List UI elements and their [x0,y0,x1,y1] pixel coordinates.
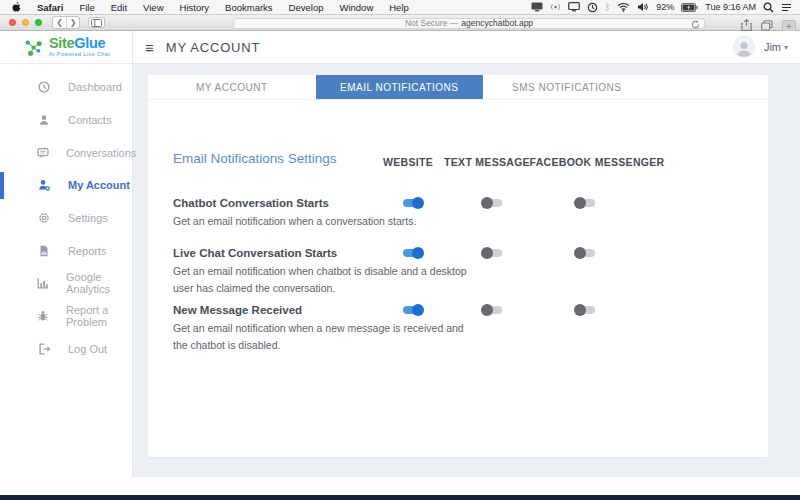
toggle-new-message-text-message[interactable] [482,306,502,314]
sidebar-item-google-analytics[interactable]: Google Analytics [0,267,132,300]
menu-develop[interactable]: Develop [281,2,332,13]
sidebar-item-label: Google Analytics [66,271,132,295]
window-controls [0,19,50,26]
reload-icon[interactable] [691,20,700,31]
sidebar-toggle-button[interactable] [88,17,105,28]
address-bar[interactable]: Not Secure — agencychatbot.app [233,18,705,29]
sidebar-item-reports[interactable]: Reports [0,234,132,267]
sidebar-nav: Dashboard Contacts Conversations My Acco… [0,71,132,365]
dashboard-clock-icon [36,80,52,94]
toggle-new-message-website[interactable] [403,306,423,314]
setting-row-live-chat-conversation-starts: Live Chat Conversation Starts Get an ema… [148,246,768,296]
setting-description: Get an email notification when a convers… [173,213,473,230]
close-window-button[interactable] [9,19,16,26]
spotlight-icon[interactable] [763,2,774,13]
tab-sms-notifications[interactable]: SMS NOTIFICATIONS [483,75,651,99]
logo-tagline: AI Powered Live Chat [49,52,110,58]
user-menu[interactable]: Jim [764,41,781,53]
column-header-text-message: TEXT MESSAGE [444,156,530,168]
page-title: MY ACCOUNT [166,40,260,55]
menu-safari[interactable]: Safari [29,2,71,13]
url-domain: agencychatbot.app [461,18,533,28]
report-document-icon [36,244,52,258]
toggle-chatbot-starts-facebook-messenger[interactable] [575,199,595,207]
display-icon[interactable] [568,2,580,12]
setting-description: Get an email notification when a new mes… [173,320,473,353]
back-button[interactable]: ❮ [53,17,66,28]
sidebar-item-label: Reports [68,245,107,257]
email-notifications-panel: Email Notifications Settings WEBSITE TEX… [148,100,768,457]
sidebar-item-log-out[interactable]: Log Out [0,333,132,366]
nav-buttons: ❮ ❯ [52,16,80,29]
logout-icon [36,342,52,356]
toggle-new-message-facebook-messenger[interactable] [575,306,595,314]
sidebar-item-label: Contacts [68,114,111,126]
menu-history[interactable]: History [172,2,218,13]
battery-icon[interactable] [681,3,698,12]
menubar-clock[interactable]: Tue 9:16 AM [705,2,756,12]
menu-file[interactable]: File [71,2,102,13]
sidebar-item-my-account[interactable]: My Account [0,169,132,202]
hamburger-menu-icon[interactable]: ≡ [145,40,154,55]
volume-icon[interactable] [637,2,649,12]
main-area: ≡ MY ACCOUNT Jim ▾ MY ACCOUNT EMAIL NOTI… [133,31,800,477]
sidebar-item-label: Conversations [66,147,136,159]
sidebar-item-settings[interactable]: Settings [0,202,132,235]
time-machine-icon[interactable] [587,2,598,13]
account-card: MY ACCOUNT EMAIL NOTIFICATIONS SMS NOTIF… [148,75,768,457]
app-window: SiteGlue AI Powered Live Chat Dashboard … [0,31,800,477]
content-area: MY ACCOUNT EMAIL NOTIFICATIONS SMS NOTIF… [133,64,800,477]
wifi-icon[interactable] [617,2,630,12]
setting-row-chatbot-conversation-starts: Chatbot Conversation Starts Get an email… [148,196,768,230]
forward-button[interactable]: ❯ [66,17,79,28]
display-dark-icon[interactable] [531,2,543,12]
toggle-live-chat-starts-facebook-messenger[interactable] [575,249,595,257]
sidebar-item-report-a-problem[interactable]: Report a Problem [0,300,132,333]
gear-icon [36,211,52,225]
url-security-label: Not Secure — [405,18,458,28]
avatar[interactable] [733,36,755,58]
sidebar-item-label: Settings [68,212,108,224]
bottom-edge-bar [0,495,800,500]
setting-row-new-message-received: New Message Received Get an email notifi… [148,303,768,353]
notification-center-icon[interactable] [781,3,792,12]
menu-help[interactable]: Help [381,2,417,13]
sidebar-item-conversations[interactable]: Conversations [0,136,132,169]
tab-email-notifications[interactable]: EMAIL NOTIFICATIONS [316,75,484,99]
sidebar-item-dashboard[interactable]: Dashboard [0,71,132,104]
chat-bubble-icon [36,146,50,160]
minimize-window-button[interactable] [22,19,29,26]
siteglue-logo[interactable]: SiteGlue AI Powered Live Chat [0,31,132,64]
setting-title: New Message Received [173,303,768,317]
tab-bar: MY ACCOUNT EMAIL NOTIFICATIONS SMS NOTIF… [148,75,768,100]
status-tray: ᛒ 92% Tue 9:16 AM [531,2,800,13]
bar-chart-icon [36,276,50,290]
audio-waves-icon[interactable] [550,2,561,12]
logo-molecule-icon [22,36,45,59]
toggle-live-chat-starts-website[interactable] [403,249,423,257]
zoom-window-button[interactable] [35,19,42,26]
menu-window[interactable]: Window [331,2,381,13]
toggle-chatbot-starts-text-message[interactable] [482,199,502,207]
column-header-website: WEBSITE [383,156,433,168]
bluetooth-icon[interactable]: ᛒ [605,3,610,12]
section-title: Email Notifications Settings [173,151,337,166]
toggle-chatbot-starts-website[interactable] [403,199,423,207]
battery-percent: 92% [656,2,674,12]
sidebar-item-contacts[interactable]: Contacts [0,104,132,137]
person-gear-icon [36,178,52,192]
macos-menubar: Safari File Edit View History Bookmarks … [0,0,800,15]
sidebar-item-label: Log Out [68,343,107,355]
apple-icon[interactable] [0,1,29,13]
person-icon [36,113,52,127]
column-header-facebook-messenger: FACEBOOK MESSENGER [530,156,665,168]
bug-icon [36,309,50,323]
toggle-live-chat-starts-text-message[interactable] [482,249,502,257]
sidebar-item-label: Report a Problem [66,304,132,328]
tab-my-account[interactable]: MY ACCOUNT [148,75,316,99]
app-header: ≡ MY ACCOUNT Jim ▾ [133,31,800,64]
menu-edit[interactable]: Edit [103,2,135,13]
menu-view[interactable]: View [135,2,171,13]
chevron-down-icon: ▾ [784,43,788,52]
menu-bookmarks[interactable]: Bookmarks [217,2,281,13]
